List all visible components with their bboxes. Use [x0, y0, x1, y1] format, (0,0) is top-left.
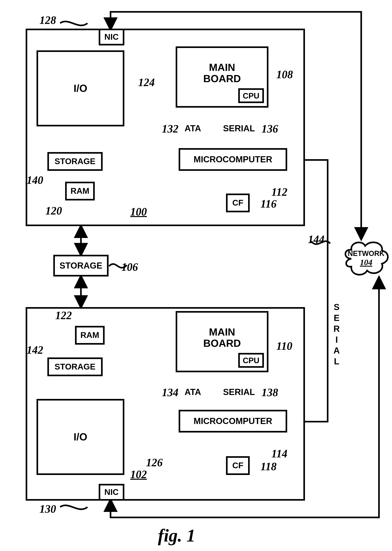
cpu-bottom: CPU	[238, 353, 264, 368]
io-top-label: I/O	[74, 83, 87, 94]
ram-top-label: RAM	[70, 186, 89, 196]
cpu-bottom-label: CPU	[243, 356, 259, 365]
storage-top: STORAGE	[47, 152, 103, 171]
unit-top-ref: 100	[130, 205, 147, 218]
serial-bottom-label: SERIAL	[223, 387, 255, 397]
serial-vertical-label: SERIAL	[332, 302, 342, 367]
cf-top-ref: 116	[260, 198, 277, 210]
micro-top-label: MICROCOMPUTER	[194, 155, 272, 164]
io-top: I/O	[36, 50, 124, 126]
ata-top-ref: 132	[162, 122, 178, 135]
storage-top-label: STORAGE	[55, 157, 96, 166]
nic-top-ref: 128	[40, 14, 56, 27]
ram-bottom: RAM	[75, 326, 105, 345]
nic-top-label: NIC	[105, 32, 119, 42]
io-bottom-label: I/O	[74, 431, 87, 443]
cf-top: CF	[226, 194, 250, 212]
cf-bottom: CF	[226, 456, 250, 475]
mainboard-top-label: MAIN BOARD	[203, 62, 241, 84]
io-link-top-ref: 124	[138, 76, 155, 89]
mainboard-top-ref: 108	[276, 68, 293, 81]
serial-link-ref: 144	[308, 233, 324, 246]
cf-bottom-label: CF	[232, 461, 243, 470]
figure-caption: fig. 1	[158, 525, 196, 546]
cpu-top: CPU	[238, 88, 264, 103]
serial-bottom-ref: 138	[261, 386, 278, 399]
ata-top-label: ATA	[185, 123, 201, 133]
network-label: NETWORK	[348, 249, 385, 258]
serial-top-label: SERIAL	[223, 123, 255, 133]
io-link-bottom-ref: 126	[146, 456, 163, 469]
nic-bottom: NIC	[99, 484, 124, 501]
serial-top-ref: 136	[261, 122, 278, 135]
cpu-top-label: CPU	[243, 92, 259, 100]
ram-top-ref: 120	[45, 205, 62, 217]
micro-bottom: MICROCOMPUTER	[179, 410, 287, 432]
storage-top-ref: 140	[27, 174, 43, 186]
nic-bottom-label: NIC	[105, 487, 119, 497]
mainboard-top: MAIN BOARD CPU	[176, 46, 268, 108]
storage-bottom: STORAGE	[47, 357, 103, 376]
mainboard-bottom-label: MAIN BOARD	[203, 326, 241, 349]
unit-bottom-ref: 102	[130, 468, 147, 481]
ram-bottom-label: RAM	[80, 331, 99, 340]
storage-bottom-ref: 142	[27, 344, 43, 356]
shared-storage: STORAGE	[53, 255, 109, 276]
nic-bottom-ref: 130	[40, 503, 56, 515]
mainboard-bottom: MAIN BOARD CPU	[176, 311, 268, 372]
cf-top-label: CF	[232, 198, 243, 207]
ata-bottom-ref: 134	[162, 386, 178, 399]
micro-bottom-label: MICROCOMPUTER	[194, 416, 272, 426]
ram-top: RAM	[65, 182, 95, 200]
mainboard-bottom-ref: 110	[276, 340, 292, 352]
micro-top-ref: 112	[271, 186, 287, 198]
network-cloud: NETWORK 104	[343, 239, 389, 277]
storage-bottom-label: STORAGE	[55, 362, 96, 371]
shared-storage-label: STORAGE	[60, 261, 102, 270]
ram-bottom-ref: 122	[55, 309, 72, 322]
network-ref: 104	[360, 258, 372, 267]
micro-top: MICROCOMPUTER	[179, 148, 287, 171]
cf-bottom-ref: 118	[260, 460, 277, 473]
ata-bottom-label: ATA	[185, 387, 201, 397]
nic-top: NIC	[99, 29, 124, 45]
shared-storage-ref: 106	[121, 261, 138, 273]
micro-bottom-ref: 114	[271, 447, 287, 460]
io-bottom: I/O	[36, 399, 124, 475]
